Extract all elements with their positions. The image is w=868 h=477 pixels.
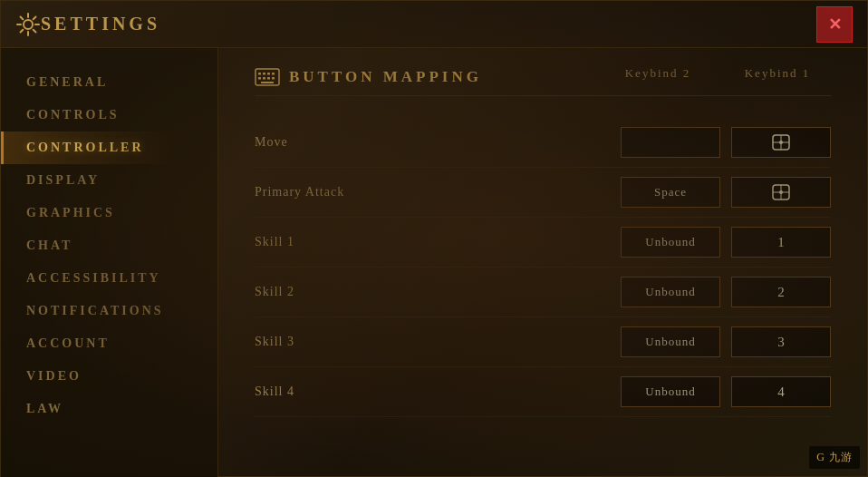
content-area: BUTTON MAPPING Keybind 2 Keybind 1 Move <box>218 48 867 477</box>
keybind2-skill1[interactable]: Unbound <box>621 227 720 258</box>
mapping-row-primary-attack: Primary Attack Space <box>255 168 831 218</box>
keybind1-skill4[interactable]: 4 <box>731 376 831 407</box>
sidebar-item-controls[interactable]: CONTROLS <box>1 99 217 131</box>
keybindings-skill1: Unbound 1 <box>621 227 831 258</box>
section-header: BUTTON MAPPING Keybind 2 Keybind 1 <box>255 66 831 96</box>
svg-rect-5 <box>272 73 275 75</box>
keybindings-skill4: Unbound 4 <box>621 376 831 407</box>
keybind1-move[interactable] <box>731 127 831 158</box>
keybind1-skill2[interactable]: 2 <box>731 277 831 307</box>
row-label-move: Move <box>255 135 621 150</box>
watermark: G 九游 <box>809 446 860 469</box>
svg-rect-8 <box>267 77 270 80</box>
sidebar-item-graphics[interactable]: GRAPHICS <box>1 197 217 229</box>
sidebar-item-law[interactable]: LAW <box>1 393 217 425</box>
main-layout: GENERAL CONTROLS CONTROLLER DISPLAY GRAP… <box>1 48 867 477</box>
sidebar-item-display[interactable]: DISPLAY <box>1 164 217 197</box>
sidebar-item-account[interactable]: ACCOUNT <box>1 327 217 360</box>
sidebar-item-general[interactable]: GENERAL <box>1 66 217 99</box>
keybindings-skill3: Unbound 3 <box>621 326 831 357</box>
mapping-row-skill4: Skill 4 Unbound 4 <box>255 367 831 417</box>
mapping-row-skill3: Skill 3 Unbound 3 <box>255 317 831 367</box>
row-label-skill1: Skill 1 <box>255 235 621 249</box>
close-button[interactable]: ✕ <box>816 6 853 43</box>
svg-point-0 <box>24 20 33 29</box>
keybindings-primary-attack: Space <box>621 177 831 208</box>
keybind1-skill1[interactable]: 1 <box>731 227 831 258</box>
row-label-skill3: Skill 3 <box>255 335 621 349</box>
row-label-skill4: Skill 4 <box>255 385 621 399</box>
row-label-skill2: Skill 2 <box>255 285 621 299</box>
sidebar-item-accessibility[interactable]: ACCESSIBILITY <box>1 262 217 295</box>
settings-window: SETTINGS ✕ GENERAL CONTROLS CONTROLLER D… <box>0 0 868 477</box>
sidebar-item-notifications[interactable]: NOTIFICATIONS <box>1 295 217 327</box>
svg-rect-4 <box>267 73 270 75</box>
svg-rect-3 <box>263 73 265 75</box>
keybind2-primary-attack[interactable]: Space <box>621 177 720 208</box>
sidebar-item-controller[interactable]: CONTROLLER <box>1 131 217 164</box>
keybind2-skill2[interactable]: Unbound <box>621 277 720 307</box>
mapping-row-skill1: Skill 1 Unbound 1 <box>255 218 831 268</box>
svg-rect-9 <box>272 77 275 80</box>
title-bar: SETTINGS ✕ <box>1 1 867 48</box>
sidebar-item-video[interactable]: VIDEO <box>1 360 217 393</box>
keybind2-move[interactable] <box>621 127 720 158</box>
row-label-primary-attack: Primary Attack <box>255 185 621 200</box>
mapping-row-skill2: Skill 2 Unbound 2 <box>255 268 831 317</box>
gear-icon <box>15 12 41 37</box>
section-title: BUTTON MAPPING <box>289 68 482 86</box>
keybind1-skill3[interactable]: 3 <box>731 326 831 357</box>
sidebar-item-chat[interactable]: CHAT <box>1 229 217 262</box>
keybind2-skill3[interactable]: Unbound <box>621 326 720 357</box>
col-header-keybind2: Keybind 2 <box>599 66 717 81</box>
svg-rect-2 <box>258 73 261 75</box>
mapping-row-move: Move <box>255 118 831 168</box>
window-title: SETTINGS <box>41 14 160 34</box>
keybindings-skill2: Unbound 2 <box>621 277 831 307</box>
svg-rect-6 <box>258 77 261 80</box>
keyboard-icon <box>255 68 280 86</box>
svg-point-14 <box>779 141 783 144</box>
sidebar: GENERAL CONTROLS CONTROLLER DISPLAY GRAP… <box>1 48 218 477</box>
keybind2-skill4[interactable]: Unbound <box>621 376 720 407</box>
keybind1-primary-attack[interactable] <box>731 177 831 208</box>
svg-rect-10 <box>261 82 274 83</box>
svg-rect-7 <box>263 77 265 80</box>
svg-point-18 <box>779 190 783 194</box>
keybindings-move <box>621 127 831 158</box>
col-header-keybind1: Keybind 1 <box>728 66 827 81</box>
